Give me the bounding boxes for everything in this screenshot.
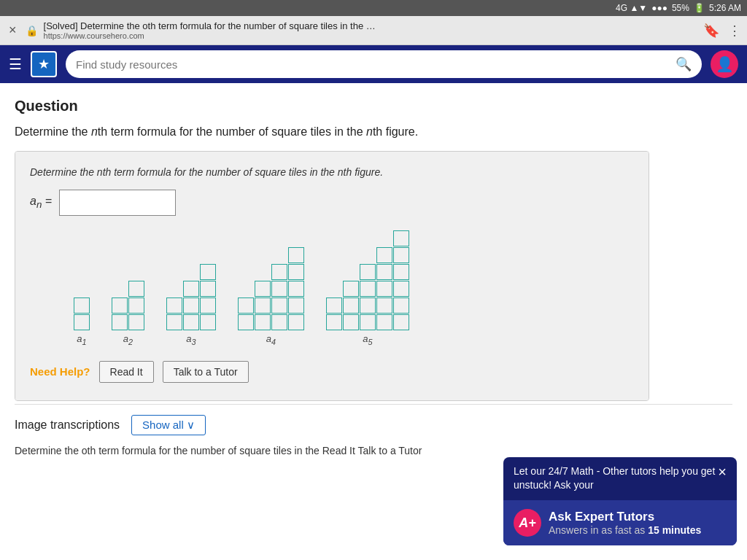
figure-label-a2: a2 xyxy=(123,333,133,346)
search-icon[interactable]: 🔍 xyxy=(676,56,692,72)
figures-row: a1 a2 xyxy=(74,230,619,346)
popup-sub: Answers in as fast as 15 minutes xyxy=(549,524,727,536)
read-it-button[interactable]: Read It xyxy=(99,361,154,383)
figure-a2: a2 xyxy=(112,281,144,346)
show-all-button[interactable]: Show all ∨ xyxy=(131,415,206,435)
battery-level: 55% xyxy=(672,3,689,13)
battery-icon: 🔋 xyxy=(694,3,705,13)
question-section-label: Question xyxy=(15,98,732,114)
popup-ask-title: Ask Expert Tutors xyxy=(549,510,727,524)
tutor-popup: Let our 24/7 Math - Other tutors help yo… xyxy=(503,457,737,545)
formula-label: an = xyxy=(30,195,52,210)
figure-a4: a4 xyxy=(238,247,304,346)
browser-actions: 🔖 ⋮ xyxy=(703,23,741,39)
formula-input-box[interactable] xyxy=(59,190,176,216)
transcription-text: Determine the oth term formula for the n… xyxy=(15,443,732,459)
figure-label-a5: a5 xyxy=(363,333,372,346)
signal-icon: 4G ▲▼ xyxy=(616,3,647,13)
figure-label-a3: a3 xyxy=(186,333,196,346)
formula-row: an = xyxy=(30,190,634,216)
lock-icon: 🔒 xyxy=(26,25,38,36)
clock: 5:26 AM xyxy=(709,3,741,13)
popup-close-button[interactable]: × xyxy=(718,464,727,479)
question-image: Determine the nth term formula for the n… xyxy=(15,151,649,401)
chevron-down-icon: ∨ xyxy=(187,419,195,432)
figure-a3: a3 xyxy=(166,264,216,346)
tab-title: [Solved] Determine the oth term formula … xyxy=(44,20,697,31)
need-help-row: Need Help? Read It Talk to a Tutor xyxy=(30,354,634,393)
status-bar: 4G ▲▼ ●●● 55% 🔋 5:26 AM xyxy=(0,0,747,16)
image-title: Determine the nth term formula for the n… xyxy=(30,166,634,178)
coursehero-logo: ★ xyxy=(31,51,57,77)
tab-url: https://www.coursehero.com xyxy=(44,31,697,40)
bookmark-icon[interactable]: 🔖 xyxy=(703,23,719,39)
hamburger-icon[interactable]: ☰ xyxy=(9,55,22,73)
user-avatar[interactable]: 👤 xyxy=(711,50,738,78)
more-options-icon[interactable]: ⋮ xyxy=(728,23,741,39)
tab-close-button[interactable]: × xyxy=(6,23,20,38)
talk-to-tutor-button[interactable]: Talk to a Tutor xyxy=(163,361,249,383)
need-help-label: Need Help? xyxy=(30,365,90,378)
signal-bars: ●●● xyxy=(651,3,667,13)
tile xyxy=(74,298,90,314)
figure-label-a4: a4 xyxy=(266,333,276,346)
search-input[interactable] xyxy=(76,58,670,71)
popup-top-text: Let our 24/7 Math - Other tutors help yo… xyxy=(514,464,718,493)
popup-text-area: Ask Expert Tutors Answers in as fast as … xyxy=(549,510,727,536)
figure-a5: a5 xyxy=(326,230,409,346)
a-plus-badge: A+ xyxy=(514,509,541,537)
transcriptions-label: Image transcriptions xyxy=(15,419,120,432)
show-all-label: Show all xyxy=(142,419,184,431)
search-bar-container: 🔍 xyxy=(66,50,702,78)
question-text: Determine the nth term formula for the n… xyxy=(15,123,732,141)
figure-label-a1: a1 xyxy=(77,333,86,346)
figure-a1: a1 xyxy=(74,298,90,346)
tab-title-area: [Solved] Determine the oth term formula … xyxy=(44,20,697,40)
app-header: ☰ ★ 🔍 👤 xyxy=(0,45,747,83)
tile xyxy=(74,314,90,330)
popup-bottom: A+ Ask Expert Tutors Answers in as fast … xyxy=(503,500,737,545)
transcriptions-row: Image transcriptions Show all ∨ xyxy=(15,415,732,435)
popup-top: Let our 24/7 Math - Other tutors help yo… xyxy=(503,457,737,500)
browser-chrome: × 🔒 [Solved] Determine the oth term form… xyxy=(0,16,747,45)
